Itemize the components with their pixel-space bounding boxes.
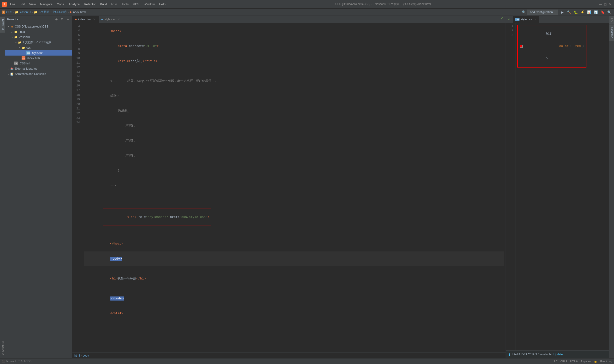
collapse-icon[interactable]: ─ — [66, 17, 70, 22]
menu-help[interactable]: Help — [157, 2, 167, 6]
event-log[interactable]: Event Log — [600, 360, 612, 363]
ant-tab[interactable]: Ant — [609, 16, 614, 25]
debug-button[interactable]: 🐛 — [573, 9, 578, 15]
tree-arrow-index-html — [18, 56, 22, 60]
code-line-24: </html> — [84, 306, 504, 321]
code-line-17 — [84, 232, 504, 237]
settings-icon[interactable]: ⚙ — [60, 17, 65, 22]
folder-icon-idea: 📁 — [14, 30, 18, 34]
breadcrumb-index[interactable]: index.html — [72, 11, 86, 14]
cursor-position[interactable]: 19:7 — [552, 360, 558, 363]
line-ending[interactable]: CRLF — [560, 360, 568, 363]
breadcrumb-folder-icon2: 📁 — [34, 11, 37, 14]
code-line-4: <meta charset="UTF-8"> — [84, 39, 504, 54]
menu-build[interactable]: Build — [98, 2, 109, 6]
menu-view[interactable]: View — [27, 2, 38, 6]
indent[interactable]: 4 spaces — [580, 360, 591, 363]
path-html[interactable]: html — [74, 354, 80, 357]
path-body[interactable]: body — [83, 354, 89, 357]
tree-item-ext-libs[interactable]: ▸ 📚 External Libraries — [5, 66, 72, 71]
encoding[interactable]: UTF-8 — [570, 360, 578, 363]
tree-item-scratches[interactable]: ▸ 📝 Scratches and Consoles — [5, 71, 72, 77]
tree-item-idea[interactable]: ▸ 📁 .idea — [5, 29, 72, 35]
database-tab[interactable]: Database — [609, 25, 614, 41]
breadcrumb-doc[interactable]: 1.文档第一个CSS程序 — [38, 10, 67, 14]
css-line-2: color: red; — [520, 41, 584, 51]
tree-arrow-css: ▾ — [6, 25, 10, 28]
breadcrumb-css[interactable]: CSS — [6, 11, 12, 14]
tree-item-css-folder[interactable]: ▾ 📁 css — [5, 45, 72, 50]
info-icon: ℹ — [509, 352, 510, 356]
code-line-21: <h1>我是一号标题</h1> — [84, 271, 504, 286]
build-button[interactable]: 🔨 — [566, 9, 572, 15]
close-tab-style-css[interactable]: ✕ — [117, 18, 120, 21]
right-tab-style-css[interactable]: css style.css ✕ — [513, 16, 539, 23]
run-button[interactable]: ▶ — [559, 9, 565, 15]
right-code-area: 1 2 3 h1{ color: red; — [506, 23, 609, 350]
project-tab[interactable]: 1: Project — [0, 17, 5, 33]
tree-item-css-iml[interactable]: iml CSS.iml — [5, 61, 72, 66]
menu-tools[interactable]: Tools — [119, 2, 130, 6]
minimize-button[interactable]: ─ — [599, 2, 602, 6]
app-icon: J — [2, 2, 7, 7]
tree-arrow-lesson01: ▾ — [10, 35, 14, 39]
code-line-3: <head> — [84, 24, 504, 39]
code-line-16: <link rel="stylesheet" href="css/style.c… — [84, 199, 504, 231]
menu-analyze[interactable]: Analyze — [67, 2, 82, 6]
tab-index-html[interactable]: ◆ index.html ✕ — [72, 16, 99, 23]
breadcrumb-sep-3: › — [68, 11, 69, 14]
menu-vcs[interactable]: VCS — [131, 2, 141, 6]
breadcrumb-lesson01[interactable]: lesson01 — [19, 11, 31, 14]
update-button[interactable]: 🔄 — [593, 9, 599, 15]
tab-style-css[interactable]: ◆ style.css ✕ — [99, 16, 123, 23]
terminal-status[interactable]: ⬛ Terminal — [2, 360, 16, 363]
code-content[interactable]: <head> <meta charset="UTF-8"> <title>css… — [82, 23, 506, 352]
tree-item-index-html[interactable]: htm index.html — [5, 56, 72, 61]
tree-arrow-css-iml — [10, 62, 14, 65]
code-line-19: <body> — [84, 251, 504, 266]
menu-refactor[interactable]: Refactor — [82, 2, 98, 6]
profile-button[interactable]: ⚡ — [579, 9, 585, 15]
menu-edit[interactable]: Edit — [17, 2, 27, 6]
tree-item-lesson01[interactable]: ▾ 📁 lesson01 — [5, 35, 72, 40]
html-tab-icon: ◆ — [75, 18, 77, 21]
project-header-icons: ⊕ ⚙ ─ — [54, 17, 70, 22]
tree-item-style-css[interactable]: css style.css — [5, 50, 72, 56]
code-line-18: <⚡head> — [84, 236, 504, 251]
menu-run[interactable]: Run — [109, 2, 119, 6]
menu-window[interactable]: Window — [142, 2, 157, 6]
todo-status[interactable]: ☰ 6: TODO — [18, 360, 31, 363]
update-link[interactable]: Update... — [553, 353, 565, 356]
menu-code[interactable]: Code — [55, 2, 66, 6]
bookmark-button[interactable]: 🔖 — [600, 9, 605, 15]
project-icon: ◆ — [10, 25, 14, 28]
editor-tabs: ◆ index.html ✕ ◆ style.css ✕ ✓ — [72, 16, 506, 23]
tree-item-css-root[interactable]: ▾ ◆ CSS D:\idea\projects\CSS — [5, 24, 72, 29]
code-line-15 — [84, 193, 504, 198]
folder-icon-lesson01: 📁 — [14, 35, 18, 39]
tree-label-css-root: CSS D:\idea\projects\CSS — [15, 25, 48, 28]
breadcrumb-sep-2: › — [32, 11, 33, 14]
right-edge-tabs: Ant Database — [609, 16, 614, 358]
menu-navigate[interactable]: Navigate — [38, 2, 54, 6]
maximize-button[interactable]: □ — [603, 2, 607, 6]
right-tab-close[interactable]: ✕ — [534, 18, 537, 21]
add-configuration-button[interactable]: Add Configuration... — [527, 10, 558, 15]
tab-label-style-css: style.css — [105, 18, 116, 21]
structure-tab[interactable]: 2: Structure — [0, 339, 5, 357]
menu-bar: File Edit View Navigate Code Analyze Ref… — [8, 2, 167, 6]
code-editor[interactable]: 3 4 5 6 7 8 9 10 11 12 13 14 15 16 17 18… — [72, 23, 506, 352]
tree-item-doc1[interactable]: ▾ 📁 1.文档第一个CSS程序 — [5, 40, 72, 45]
close-tab-index-html[interactable]: ✕ — [93, 18, 96, 21]
iml-file-icon: iml — [14, 62, 18, 65]
todo-label: 6: TODO — [21, 360, 32, 363]
coverage-button[interactable]: 📊 — [586, 9, 592, 15]
locate-icon[interactable]: ⊕ — [54, 17, 59, 22]
close-button[interactable]: ✕ — [608, 2, 612, 6]
status-bar: ⬛ Terminal ☰ 6: TODO 19:7 CRLF UTF-8 4 s… — [0, 358, 614, 364]
main-content: 1: Project 2: Structure Project ▾ ⊕ ⚙ ─ … — [0, 16, 614, 358]
find-button[interactable]: 🔍 — [606, 9, 612, 15]
tree-label-index-html: index.html — [27, 56, 41, 60]
code-line-22 — [84, 286, 504, 291]
menu-file[interactable]: File — [8, 2, 17, 6]
